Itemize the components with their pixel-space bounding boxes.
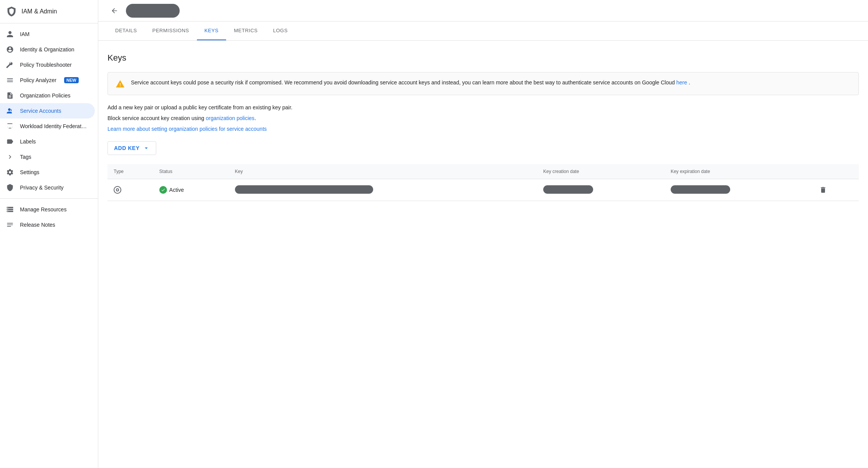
sidebar-item-release-notes[interactable]: Release Notes bbox=[0, 217, 95, 232]
key-type-icon bbox=[114, 186, 121, 194]
sidebar-title: IAM & Admin bbox=[21, 8, 57, 15]
cell-delete bbox=[812, 179, 859, 201]
new-badge: NEW bbox=[64, 77, 79, 83]
sidebar-header: IAM & Admin bbox=[0, 0, 98, 23]
col-expiration-date: Key expiration date bbox=[665, 164, 812, 179]
org-policies-link[interactable]: organization policies bbox=[206, 115, 255, 121]
content-area: Keys Service account keys could pose a s… bbox=[98, 41, 868, 468]
trash-icon bbox=[819, 186, 827, 194]
creation-date-pill bbox=[543, 185, 593, 194]
col-actions bbox=[812, 164, 859, 179]
col-creation-date: Key creation date bbox=[537, 164, 665, 179]
chevron-right-icon bbox=[6, 153, 14, 161]
add-key-label: ADD KEY bbox=[114, 145, 140, 151]
settings-icon bbox=[6, 168, 14, 176]
keys-table: Type Status Key Key creation date Key ex… bbox=[107, 164, 859, 201]
cell-expiration-date bbox=[665, 179, 812, 201]
sidebar-nav: IAM Identity & Organization Policy Troub… bbox=[0, 23, 98, 468]
status-active-label: Active bbox=[169, 187, 184, 193]
notes-icon bbox=[6, 221, 14, 229]
warning-banner: Service account keys could pose a securi… bbox=[107, 72, 859, 95]
here-link[interactable]: here bbox=[676, 79, 687, 86]
page-title: Keys bbox=[107, 53, 859, 63]
sidebar-item-service-accounts[interactable]: Service Accounts bbox=[0, 103, 95, 119]
sidebar-item-privacy-security[interactable]: Privacy & Security bbox=[0, 180, 95, 195]
delete-key-button[interactable] bbox=[818, 185, 828, 195]
monitor-icon bbox=[6, 122, 14, 130]
col-type: Type bbox=[107, 164, 153, 179]
top-bar bbox=[98, 0, 868, 21]
sidebar-item-release-notes-label: Release Notes bbox=[20, 222, 55, 228]
cell-key bbox=[229, 179, 537, 201]
sidebar: IAM & Admin IAM Identity & Organization … bbox=[0, 0, 98, 468]
account-circle-icon bbox=[6, 46, 14, 53]
sidebar-item-manage-resources[interactable]: Manage Resources bbox=[0, 202, 95, 217]
sidebar-item-workload-identity[interactable]: Workload Identity Federat… bbox=[0, 119, 95, 134]
manage-accounts-icon bbox=[6, 107, 14, 115]
sidebar-item-iam-label: IAM bbox=[20, 31, 30, 37]
sidebar-item-tags[interactable]: Tags bbox=[0, 149, 95, 165]
sidebar-item-identity-org[interactable]: Identity & Organization bbox=[0, 42, 95, 57]
back-button[interactable] bbox=[107, 4, 121, 18]
status-dot-icon bbox=[159, 186, 167, 194]
warning-text: Service account keys could pose a securi… bbox=[131, 79, 690, 87]
sidebar-item-workload-identity-label: Workload Identity Federat… bbox=[20, 123, 87, 129]
person-icon bbox=[6, 30, 14, 38]
sidebar-item-privacy-security-label: Privacy & Security bbox=[20, 185, 64, 191]
shield-icon bbox=[6, 184, 14, 191]
tab-logs[interactable]: LOGS bbox=[265, 21, 295, 40]
tab-metrics[interactable]: METRICS bbox=[226, 21, 265, 40]
sidebar-item-org-policies[interactable]: Organization Policies bbox=[0, 88, 95, 103]
dropdown-arrow-icon bbox=[143, 145, 150, 152]
info-text: Add a new key pair or upload a public ke… bbox=[107, 104, 859, 110]
sidebar-item-settings-label: Settings bbox=[20, 169, 40, 175]
sidebar-item-policy-troubleshooter[interactable]: Policy Troubleshooter bbox=[0, 57, 95, 73]
sidebar-item-policy-analyzer-label: Policy Analyzer bbox=[20, 77, 56, 83]
cell-creation-date bbox=[537, 179, 665, 201]
storage-icon bbox=[6, 206, 14, 213]
label-icon bbox=[6, 138, 14, 145]
key-type-inner-icon bbox=[116, 188, 119, 191]
breadcrumb-pill bbox=[126, 4, 180, 18]
cell-type bbox=[107, 179, 153, 201]
status-active-indicator: Active bbox=[159, 186, 223, 194]
col-status: Status bbox=[153, 164, 229, 179]
sidebar-item-service-accounts-label: Service Accounts bbox=[20, 108, 61, 114]
description-icon bbox=[6, 92, 14, 99]
tab-permissions[interactable]: PERMISSIONS bbox=[145, 21, 197, 40]
sidebar-item-identity-org-label: Identity & Organization bbox=[20, 46, 74, 53]
warning-icon bbox=[116, 79, 125, 89]
col-key: Key bbox=[229, 164, 537, 179]
wrench-icon bbox=[6, 61, 14, 69]
key-value-pill bbox=[235, 185, 373, 194]
tabs-bar: DETAILS PERMISSIONS KEYS METRICS LOGS bbox=[98, 21, 868, 41]
expiration-date-pill bbox=[671, 185, 730, 194]
tab-keys[interactable]: KEYS bbox=[197, 21, 227, 40]
learn-more-link[interactable]: Learn more about setting organization po… bbox=[107, 126, 859, 132]
sidebar-item-policy-analyzer[interactable]: Policy Analyzer NEW bbox=[0, 73, 95, 88]
sidebar-item-settings[interactable]: Settings bbox=[0, 165, 95, 180]
iam-admin-icon bbox=[6, 6, 17, 17]
add-key-button[interactable]: ADD KEY bbox=[107, 141, 156, 155]
table-row: Active bbox=[107, 179, 859, 201]
sidebar-item-tags-label: Tags bbox=[20, 154, 31, 160]
policy-text: Block service account key creation using… bbox=[107, 115, 859, 121]
sidebar-item-policy-troubleshooter-label: Policy Troubleshooter bbox=[20, 62, 72, 68]
cell-status: Active bbox=[153, 179, 229, 201]
list-icon bbox=[6, 76, 14, 84]
sidebar-item-iam[interactable]: IAM bbox=[0, 26, 95, 42]
sidebar-item-manage-resources-label: Manage Resources bbox=[20, 206, 66, 213]
sidebar-item-labels-label: Labels bbox=[20, 138, 36, 145]
sidebar-item-labels[interactable]: Labels bbox=[0, 134, 95, 149]
tab-details[interactable]: DETAILS bbox=[107, 21, 145, 40]
table-header-row: Type Status Key Key creation date Key ex… bbox=[107, 164, 859, 179]
sidebar-item-org-policies-label: Organization Policies bbox=[20, 92, 71, 99]
sidebar-divider bbox=[0, 198, 98, 199]
main-area: DETAILS PERMISSIONS KEYS METRICS LOGS Ke… bbox=[98, 0, 868, 468]
